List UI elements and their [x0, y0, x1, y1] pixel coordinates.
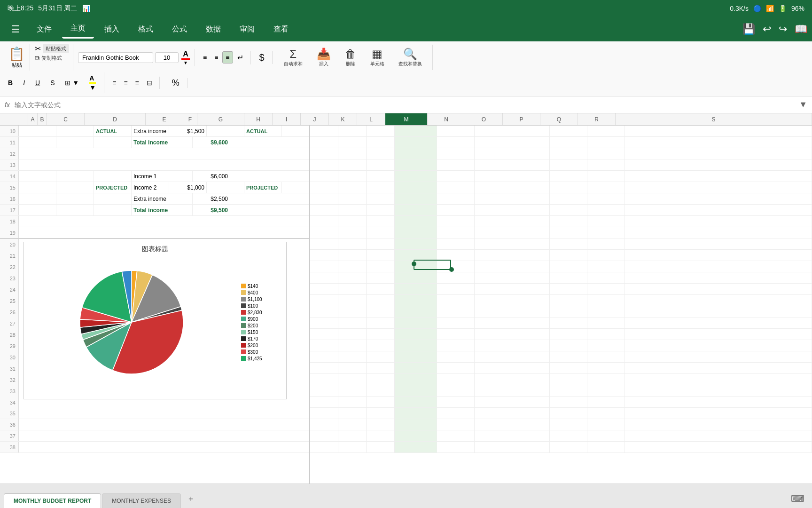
cell-n34[interactable] [437, 397, 475, 407]
save-icon[interactable]: 💾 [742, 23, 755, 35]
cell-a15[interactable] [19, 182, 56, 193]
cell-s21[interactable] [625, 250, 812, 261]
cell-k23[interactable] [338, 272, 367, 283]
cell-q37[interactable] [550, 430, 587, 441]
cell-q24[interactable] [550, 284, 587, 294]
cell-s38[interactable] [625, 442, 812, 452]
cell-row38[interactable] [19, 442, 309, 452]
cell-o16[interactable] [475, 193, 512, 204]
cell-r16[interactable] [587, 193, 625, 204]
cell-m23[interactable] [395, 272, 437, 283]
cell-m18[interactable] [395, 216, 437, 227]
cell-p24[interactable] [512, 284, 550, 294]
cell-r29[interactable] [587, 340, 625, 351]
cell-k36[interactable] [338, 419, 367, 430]
cell-row36[interactable] [19, 419, 309, 430]
cell-l14[interactable] [367, 171, 395, 182]
add-sheet-button[interactable]: + [182, 491, 200, 508]
cell-o13[interactable] [475, 159, 512, 170]
cut-button[interactable]: ✂ [35, 44, 41, 53]
col-header-f[interactable]: F [183, 113, 197, 125]
cell-o12[interactable] [475, 148, 512, 159]
cell-r14[interactable] [587, 171, 625, 182]
cell-p22[interactable] [512, 261, 550, 272]
col-header-e[interactable]: E [146, 113, 183, 125]
cell-q25[interactable] [550, 295, 587, 306]
cell-n37[interactable] [437, 430, 475, 441]
cell-s27[interactable] [625, 318, 812, 328]
cell-k10[interactable] [338, 126, 367, 136]
cell-p31[interactable] [512, 363, 550, 373]
cell-o23[interactable] [475, 272, 512, 283]
cell-p26[interactable] [512, 306, 550, 317]
cell-a11[interactable] [19, 137, 56, 148]
cell-k21[interactable] [338, 250, 367, 261]
cell-o14[interactable] [475, 171, 512, 182]
underline-button[interactable]: U [31, 77, 44, 88]
cell-s19[interactable] [625, 227, 812, 238]
auto-sum-button[interactable]: Σ 自动求和 [277, 45, 309, 70]
cell-p16[interactable] [512, 193, 550, 204]
menu-home[interactable]: 主页 [62, 20, 94, 39]
cell-l29[interactable] [367, 340, 395, 351]
cell-l20[interactable] [367, 238, 395, 249]
percent-button[interactable]: % [168, 77, 183, 88]
cell-j34[interactable] [310, 397, 338, 407]
cell-s16[interactable] [625, 193, 812, 204]
cell-e15[interactable]: $1,000 [169, 182, 207, 193]
cell-o35[interactable] [475, 408, 512, 419]
cell-p36[interactable] [512, 419, 550, 430]
cell-j22[interactable] [310, 261, 338, 272]
cell-l16[interactable] [367, 193, 395, 204]
cell-b10[interactable] [56, 126, 94, 136]
cell-q19[interactable] [550, 227, 587, 238]
cell-j14[interactable] [310, 171, 338, 182]
cell-f10[interactable] [207, 126, 244, 136]
cell-k20[interactable] [338, 238, 367, 249]
cell-m20[interactable] [395, 238, 437, 249]
col-header-b[interactable]: B [38, 113, 47, 125]
cell-l27[interactable] [367, 318, 395, 328]
cell-c17[interactable] [94, 205, 132, 215]
cell-r11[interactable] [587, 137, 625, 148]
cell-l24[interactable] [367, 284, 395, 294]
cell-n21[interactable] [437, 250, 475, 261]
col-header-c[interactable]: C [47, 113, 85, 125]
cell-k16[interactable] [338, 193, 367, 204]
cell-n26[interactable] [437, 306, 475, 317]
cell-o18[interactable] [475, 216, 512, 227]
cell-d16[interactable]: Extra income [132, 193, 193, 204]
cell-p30[interactable] [512, 351, 550, 362]
cell-m33[interactable] [395, 385, 437, 396]
cell-n17[interactable] [437, 205, 475, 215]
paste-button[interactable]: 📋 粘贴 [4, 44, 30, 71]
cell-l10[interactable] [367, 126, 395, 136]
cell-r32[interactable] [587, 374, 625, 385]
cell-o30[interactable] [475, 351, 512, 362]
cell-n19[interactable] [437, 227, 475, 238]
copy-format-label[interactable]: 粘贴格式 [43, 44, 69, 53]
cell-o29[interactable] [475, 340, 512, 351]
menu-insert[interactable]: 插入 [96, 21, 128, 38]
cell-l26[interactable] [367, 306, 395, 317]
cell-l22[interactable] [367, 261, 395, 272]
cell-s13[interactable] [625, 159, 812, 170]
cell-n33[interactable] [437, 385, 475, 396]
formula-input[interactable] [15, 101, 794, 109]
cell-m21[interactable] [395, 250, 437, 261]
col-header-m[interactable]: M [385, 113, 428, 125]
borders-button[interactable]: ⊞ ▼ [61, 77, 83, 88]
cell-o26[interactable] [475, 306, 512, 317]
cell-j10[interactable] [310, 126, 338, 136]
cell-l32[interactable] [367, 374, 395, 385]
cell-j30[interactable] [310, 351, 338, 362]
cell-j18[interactable] [310, 216, 338, 227]
cell-r23[interactable] [587, 272, 625, 283]
copy-button[interactable]: ⧉ [35, 54, 39, 62]
cell-b16[interactable] [56, 193, 94, 204]
cell-r30[interactable] [587, 351, 625, 362]
cell-s32[interactable] [625, 374, 812, 385]
cell-k25[interactable] [338, 295, 367, 306]
cell-m16[interactable] [395, 193, 437, 204]
cell-o31[interactable] [475, 363, 512, 373]
